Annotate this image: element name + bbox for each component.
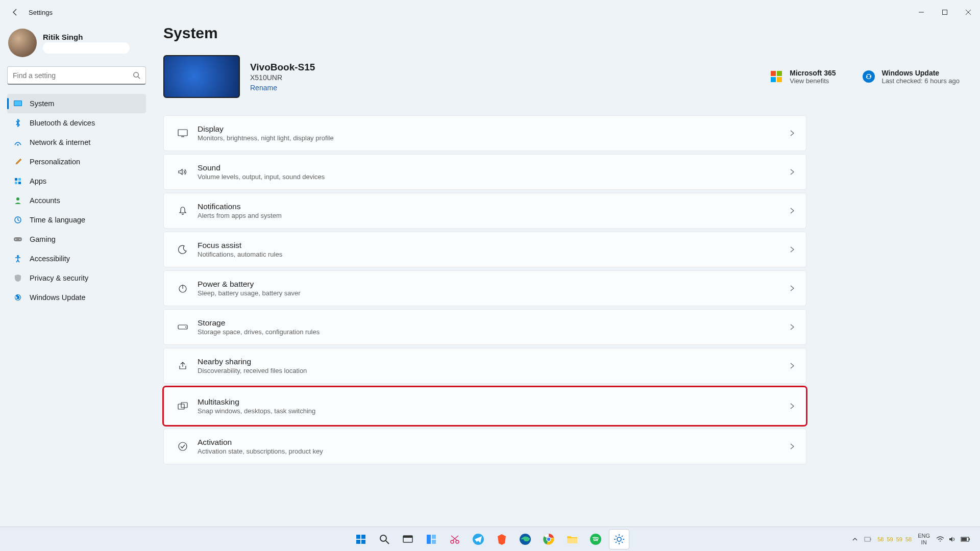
sidebar-item-label: Bluetooth & devices — [30, 119, 95, 127]
close-button[interactable] — [957, 4, 980, 20]
sidebar-item-label: Personalization — [30, 158, 80, 166]
chevron-right-icon — [790, 443, 795, 450]
telegram[interactable] — [468, 529, 488, 549]
sidebar-item-label: Accessibility — [30, 255, 70, 263]
svg-point-14 — [15, 239, 16, 240]
snip-tool[interactable] — [445, 529, 465, 549]
setting-notifications[interactable]: NotificationsAlerts from apps and system — [163, 193, 806, 229]
sidebar-item-label: Windows Update — [30, 293, 86, 302]
sidebar-item-gaming[interactable]: Gaming — [7, 230, 146, 249]
rename-link[interactable]: Rename — [250, 84, 315, 92]
setting-title: Nearby sharing — [198, 357, 307, 366]
svg-rect-35 — [427, 535, 431, 544]
setting-sub: Storage space, drives, configuration rul… — [198, 328, 320, 336]
setting-sub: Sleep, battery usage, battery saver — [198, 289, 301, 297]
svg-line-55 — [622, 536, 623, 537]
sidebar-item-apps[interactable]: Apps — [7, 171, 146, 191]
edge[interactable] — [515, 529, 535, 549]
chrome[interactable] — [538, 529, 559, 549]
sidebar: Ritik Singh System Bluetooth & devices N… — [0, 24, 153, 527]
back-button[interactable] — [8, 5, 22, 19]
ms365-sub: View benefits — [790, 77, 836, 85]
chevron-right-icon — [790, 285, 795, 292]
device-name: VivoBook-S15 — [250, 62, 315, 73]
language-indicator[interactable]: ENG IN — [918, 533, 930, 545]
settings-list: DisplayMonitors, brightness, night light… — [163, 115, 806, 464]
device-thumbnail[interactable] — [163, 55, 240, 98]
widgets[interactable] — [421, 529, 442, 549]
search-input[interactable] — [13, 71, 133, 80]
titlebar-title: Settings — [29, 9, 53, 16]
sidebar-item-update[interactable]: Windows Update — [7, 288, 146, 307]
chevron-right-icon — [790, 403, 795, 410]
sidebar-item-accessibility[interactable]: Accessibility — [7, 249, 146, 268]
file-explorer[interactable] — [562, 529, 582, 549]
setting-nearby[interactable]: Nearby sharingDiscoverability, received … — [163, 348, 806, 384]
sidebar-item-label: Accounts — [30, 196, 60, 205]
setting-title: Notifications — [198, 202, 282, 211]
svg-point-2 — [134, 72, 138, 77]
sidebar-item-personalization[interactable]: Personalization — [7, 152, 146, 171]
sidebar-item-network[interactable]: Network & internet — [7, 133, 146, 152]
setting-power[interactable]: Power & batterySleep, battery usage, bat… — [163, 270, 806, 306]
svg-point-6 — [17, 144, 19, 146]
start-button[interactable] — [351, 529, 371, 549]
svg-rect-60 — [969, 538, 970, 540]
battery-small-icon[interactable] — [864, 537, 871, 542]
setting-sub: Volume levels, output, input, sound devi… — [198, 173, 325, 181]
sidebar-item-bluetooth[interactable]: Bluetooth & devices — [7, 113, 146, 133]
search-box[interactable] — [7, 66, 146, 85]
svg-line-53 — [616, 536, 617, 537]
ms365-title: Microsoft 365 — [790, 69, 836, 77]
svg-rect-61 — [962, 538, 967, 541]
sidebar-item-system[interactable]: System — [7, 94, 146, 113]
setting-multitasking[interactable]: MultitaskingSnap windows, desktops, task… — [163, 387, 806, 425]
spotify[interactable] — [585, 529, 606, 549]
temp-readings[interactable]: 58 59 59 58 — [877, 536, 912, 542]
shield-icon — [13, 273, 22, 283]
ms365-card[interactable]: Microsoft 365 View benefits — [769, 69, 836, 85]
setting-storage[interactable]: StorageStorage space, drives, configurat… — [163, 309, 806, 345]
setting-title: Activation — [198, 438, 323, 447]
sidebar-item-privacy[interactable]: Privacy & security — [7, 268, 146, 288]
profile-email — [43, 42, 130, 54]
tray-chevron-icon[interactable] — [852, 536, 858, 542]
setting-sub: Snap windows, desktops, task switching — [198, 407, 315, 415]
svg-point-45 — [547, 537, 551, 541]
svg-rect-58 — [870, 538, 871, 540]
tray-status-icons[interactable] — [936, 536, 971, 543]
svg-rect-36 — [432, 535, 436, 539]
setting-title: Focus assist — [198, 241, 282, 250]
task-view[interactable] — [398, 529, 418, 549]
chevron-right-icon — [790, 130, 795, 137]
setting-sub: Monitors, brightness, night light, displ… — [198, 134, 334, 142]
taskbar-search[interactable] — [374, 529, 395, 549]
brave[interactable] — [492, 529, 512, 549]
settings-app[interactable] — [609, 529, 629, 549]
setting-focus[interactable]: Focus assistNotifications, automatic rul… — [163, 232, 806, 267]
maximize-button[interactable] — [933, 4, 957, 20]
setting-sound[interactable]: SoundVolume levels, output, input, sound… — [163, 154, 806, 190]
minimize-button[interactable] — [910, 4, 933, 20]
sidebar-item-time[interactable]: Time & language — [7, 210, 146, 230]
taskbar-center — [351, 529, 629, 549]
svg-rect-46 — [567, 538, 577, 543]
svg-rect-8 — [18, 178, 21, 181]
setting-sub: Alerts from apps and system — [198, 212, 282, 219]
window-controls — [910, 4, 980, 20]
update-sub: Last checked: 6 hours ago — [882, 77, 960, 85]
sidebar-item-accounts[interactable]: Accounts — [7, 191, 146, 210]
svg-point-15 — [19, 239, 20, 240]
wifi-icon — [936, 536, 944, 542]
sidebar-item-label: Apps — [30, 177, 46, 185]
svg-rect-27 — [356, 535, 360, 539]
update-title: Windows Update — [882, 69, 960, 77]
svg-rect-28 — [361, 535, 365, 539]
profile-block[interactable]: Ritik Singh — [7, 29, 146, 57]
windows-update-card[interactable]: Windows Update Last checked: 6 hours ago — [862, 69, 960, 85]
svg-point-16 — [17, 255, 19, 257]
setting-activation[interactable]: ActivationActivation state, subscription… — [163, 429, 806, 464]
svg-point-48 — [617, 537, 621, 541]
setting-display[interactable]: DisplayMonitors, brightness, night light… — [163, 115, 806, 151]
accessibility-icon — [13, 254, 22, 263]
